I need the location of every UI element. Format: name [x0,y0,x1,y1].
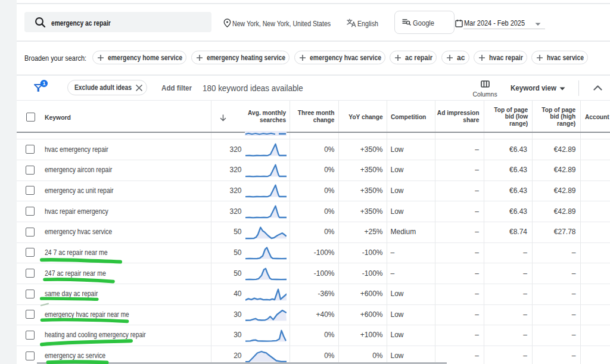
svg-text:1: 1 [42,80,45,86]
